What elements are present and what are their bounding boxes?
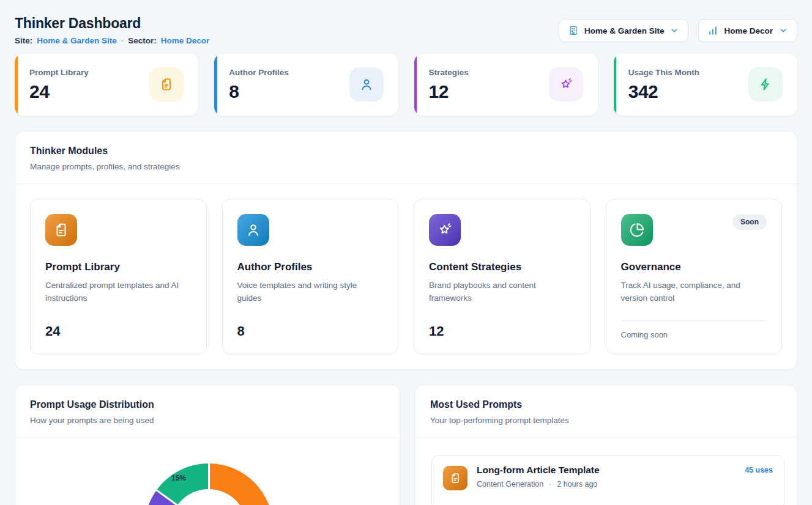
stat-icon-tile: [149, 67, 184, 101]
usage-title: Prompt Usage Distribution: [30, 399, 385, 410]
slice-separator: [155, 489, 209, 505]
sector-link[interactable]: Home Decor: [161, 36, 210, 45]
module-card-governance[interactable]: Soon Governance Track AI usage, complian…: [606, 199, 783, 355]
module-icon-tile: [237, 214, 269, 246]
modules-title: Thinker Modules: [30, 146, 782, 157]
prompt-icon-tile: [443, 466, 467, 490]
breadcrumb-dot: ·: [121, 36, 124, 45]
modules-grid: Prompt Library Centralized prompt templa…: [15, 184, 797, 369]
sparkle-star-icon: [559, 77, 573, 92]
sector-selector-label: Home Decor: [724, 26, 773, 35]
module-description: Voice templates and writing style guides: [237, 279, 384, 305]
module-description: Brand playbooks and content frameworks: [429, 279, 575, 305]
dashboard-page: Thinker Dashboard Site: Home & Garden Si…: [0, 0, 812, 505]
prompt-meta: Content Generation · 2 hours ago: [477, 480, 773, 488]
pie-chart-icon: [629, 222, 645, 238]
module-card-author-profiles[interactable]: Author Profiles Voice templates and writ…: [222, 199, 399, 355]
usage-distribution-panel: Prompt Usage Distribution How your promp…: [15, 385, 400, 505]
module-icon-tile: [621, 214, 653, 246]
usage-subtitle: How your prompts are being used: [30, 416, 385, 425]
coming-soon-text: Coming soon: [621, 320, 767, 339]
stat-card-author-profiles: Author Profiles 8: [214, 54, 398, 116]
file-text-icon: [159, 77, 174, 92]
chevron-down-icon: [778, 26, 788, 35]
modules-subtitle: Manage prompts, profiles, and strategies: [30, 162, 782, 171]
stat-accent-bar: [614, 54, 617, 116]
user-icon: [245, 222, 261, 238]
sparkle-star-icon: [437, 222, 453, 238]
stats-row: Prompt Library 24 Author Profiles 8: [15, 54, 797, 116]
site-label: Site:: [15, 36, 32, 45]
modules-panel-header: Thinker Modules Manage prompts, profiles…: [15, 131, 797, 184]
header-selectors: Home & Garden Site Home Decor: [559, 19, 797, 42]
building-icon: [568, 25, 579, 36]
stat-accent-bar: [214, 54, 217, 116]
site-selector-label: Home & Garden Site: [584, 26, 665, 35]
stat-icon-tile: [349, 67, 384, 101]
modules-panel: Thinker Modules Manage prompts, profiles…: [15, 131, 797, 370]
topbar: Thinker Dashboard Site: Home & Garden Si…: [15, 15, 797, 45]
site-link[interactable]: Home & Garden Site: [37, 36, 117, 45]
page-title: Thinker Dashboard: [15, 15, 209, 32]
prompt-list: Long-form Article Template 45 uses Conte…: [415, 438, 797, 505]
module-count: 24: [45, 323, 192, 339]
module-icon-tile: [45, 214, 77, 246]
prompt-category: Content Generation: [477, 480, 543, 488]
stat-card-usage: Usage This Month 342: [614, 54, 797, 116]
module-card-content-strategies[interactable]: Content Strategies Brand playbooks and c…: [414, 199, 590, 355]
sector-selector-button[interactable]: Home Decor: [698, 19, 797, 42]
meta-dot: ·: [549, 480, 551, 488]
header-left: Thinker Dashboard Site: Home & Garden Si…: [15, 15, 209, 45]
sector-label: Sector:: [128, 36, 157, 45]
uses-badge: 45 uses: [745, 466, 773, 474]
prompt-name: Long-form Article Template: [477, 465, 600, 476]
prompt-time: 2 hours ago: [557, 480, 597, 488]
soon-badge: Soon: [732, 214, 767, 230]
most-used-panel: Most Used Prompts Your top-performing pr…: [415, 385, 797, 505]
module-count: 12: [429, 323, 575, 339]
stat-icon-tile: [549, 67, 583, 101]
breadcrumb: Site: Home & Garden Site · Sector: Home …: [15, 36, 209, 45]
slice-separator: [208, 463, 210, 505]
chevron-down-icon: [669, 26, 679, 35]
stat-accent-bar: [414, 54, 417, 116]
stat-accent-bar: [15, 54, 18, 116]
bottom-row: Prompt Usage Distribution How your promp…: [15, 385, 797, 505]
donut-chart: 15%: [144, 463, 273, 505]
stat-card-strategies: Strategies 12: [414, 54, 598, 116]
bar-chart-icon: [707, 25, 718, 36]
stat-icon-tile: [748, 67, 783, 101]
site-selector-button[interactable]: Home & Garden Site: [559, 19, 689, 42]
module-title: Prompt Library: [45, 261, 192, 273]
file-text-icon: [449, 472, 461, 484]
usage-panel-header: Prompt Usage Distribution How your promp…: [15, 385, 400, 438]
module-title: Author Profiles: [237, 261, 384, 273]
module-icon-tile: [429, 214, 461, 246]
module-title: Governance: [621, 261, 767, 273]
chart-slice-label: 15%: [171, 474, 186, 482]
most-used-header: Most Used Prompts Your top-performing pr…: [415, 385, 797, 438]
most-used-subtitle: Your top-performing prompt templates: [430, 416, 782, 425]
module-card-prompt-library[interactable]: Prompt Library Centralized prompt templa…: [30, 199, 207, 355]
stat-card-prompt-library: Prompt Library 24: [15, 54, 198, 116]
zap-icon: [758, 77, 773, 92]
most-used-title: Most Used Prompts: [430, 399, 782, 410]
module-description: Track AI usage, compliance, and version …: [621, 279, 767, 305]
user-icon: [359, 77, 374, 92]
module-count: 8: [237, 323, 384, 339]
module-description: Centralized prompt templates and AI inst…: [45, 279, 192, 305]
prompt-list-item[interactable]: Long-form Article Template 45 uses Conte…: [431, 455, 784, 505]
module-title: Content Strategies: [429, 261, 575, 273]
file-text-icon: [53, 222, 69, 238]
